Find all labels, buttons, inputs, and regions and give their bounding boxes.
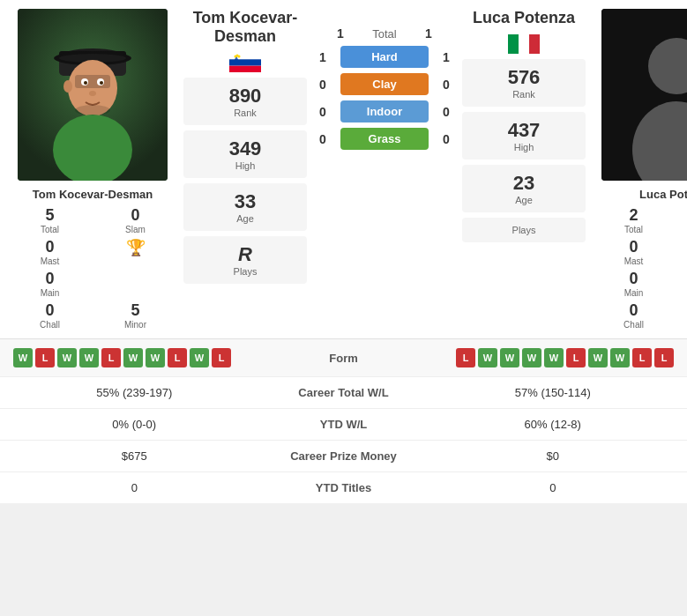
- left-minor-value: 5: [131, 301, 139, 320]
- form-badge-l: L: [212, 348, 231, 367]
- hard-badge: Hard: [340, 46, 429, 68]
- stats-row-1: 0% (0-0)YTD W/L60% (12-8): [0, 408, 687, 440]
- player-left-name-top: Tom Kocevar-Desman: [193, 9, 298, 46]
- compare-hard-row: 1 Hard 1: [314, 46, 455, 68]
- stats-left-2: $675: [13, 449, 256, 463]
- right-chall-label: Chall: [624, 320, 644, 330]
- left-total-value: 5: [45, 206, 54, 225]
- form-badge-w: W: [57, 348, 77, 367]
- left-plays-box: R Plays: [183, 236, 307, 284]
- form-badge-w: W: [500, 348, 519, 367]
- svg-point-9: [63, 80, 72, 93]
- left-mast-cell: 0 Mast: [9, 238, 91, 266]
- career-stats-section: 55% (239-197)Career Total W/L57% (150-11…: [0, 376, 687, 503]
- compare-total-label: Total: [358, 27, 411, 41]
- player-right-card: Luca Potenza 2 Total 0 Slam 0 Mast 🏆: [593, 9, 687, 330]
- right-mast-label: Mast: [624, 256, 644, 266]
- right-chall-value: 0: [629, 301, 638, 320]
- left-mast-label: Mast: [41, 256, 60, 266]
- svg-point-16: [75, 105, 110, 115]
- stats-left-3: 0: [13, 481, 256, 494]
- form-badge-w: W: [146, 348, 165, 367]
- compare-hard-left: 1: [314, 50, 332, 64]
- form-badge-w: W: [522, 348, 541, 367]
- svg-point-15: [89, 91, 96, 96]
- right-age-label: Age: [466, 195, 582, 205]
- left-high-value: 349: [187, 137, 303, 160]
- left-rank-value: 890: [187, 85, 303, 108]
- top-section: Tom Kocevar-Desman 5 Total 0 Slam 0 Mast…: [0, 0, 687, 338]
- compare-hard-right: 1: [437, 50, 455, 64]
- right-mast-value: 0: [629, 238, 638, 256]
- player-left-name: Tom Kocevar-Desman: [33, 188, 153, 201]
- form-badge-w: W: [544, 348, 564, 367]
- compare-indoor-right: 0: [437, 105, 455, 119]
- grass-badge: Grass: [340, 128, 429, 150]
- svg-rect-19: [229, 66, 261, 72]
- right-flag-icon: [508, 34, 540, 54]
- stats-label-0: Career Total W/L: [256, 386, 432, 399]
- right-slam-cell: 0 Slam: [678, 206, 687, 234]
- compare-indoor-left: 0: [314, 105, 332, 119]
- right-total-cell: 2 Total: [593, 206, 675, 234]
- compare-clay-left: 0: [314, 78, 332, 92]
- compare-total-right: 1: [420, 26, 437, 41]
- left-high-box: 349 High: [183, 130, 307, 178]
- form-badge-l: L: [456, 348, 475, 367]
- form-section: WLWWLWWLWL Form LWWWWLWWLL: [0, 338, 687, 376]
- left-rank-label: Rank: [187, 108, 303, 118]
- form-label: Form: [329, 352, 358, 365]
- left-flag-icon: [229, 53, 261, 72]
- right-age-value: 23: [466, 172, 582, 195]
- compare-clay-right: 0: [437, 78, 455, 92]
- right-placeholder: [678, 270, 687, 298]
- form-badge-l: L: [168, 348, 187, 367]
- right-plays-label: Plays: [466, 225, 582, 235]
- right-high-box: 437 High: [462, 112, 586, 160]
- svg-rect-18: [229, 59, 261, 65]
- player-left-stats: 5 Total 0 Slam 0 Mast 🏆 0 Main: [9, 206, 176, 330]
- main-container: Tom Kocevar-Desman 5 Total 0 Slam 0 Mast…: [0, 0, 687, 503]
- compare-total-left: 1: [332, 26, 349, 41]
- svg-point-13: [84, 81, 87, 85]
- stats-row-0: 55% (239-197)Career Total W/L57% (150-11…: [0, 376, 687, 408]
- svg-rect-24: [519, 34, 529, 54]
- left-mast-right: [94, 270, 176, 298]
- form-badge-w: W: [79, 348, 99, 367]
- stats-right-2: $0: [432, 449, 675, 463]
- left-mast-value: 0: [45, 238, 54, 256]
- form-badge-l: L: [35, 348, 55, 367]
- stats-left-1: 0% (0-0): [13, 418, 256, 431]
- left-chall-label: Chall: [40, 320, 60, 330]
- player-right-stats: 2 Total 0 Slam 0 Mast 🏆 0 Main: [593, 206, 687, 330]
- svg-rect-23: [508, 34, 519, 54]
- form-badge-w: W: [190, 348, 209, 367]
- player-right-middle-stats: Luca Potenza 576 Rank 437 High 23 Age: [462, 9, 586, 330]
- compare-grass-right: 0: [437, 132, 455, 146]
- compare-clay-row: 0 Clay 0: [314, 73, 455, 95]
- left-plays-label: Plays: [187, 266, 303, 277]
- svg-rect-25: [529, 34, 540, 54]
- left-rank-box: 890 Rank: [183, 78, 307, 125]
- left-age-label: Age: [187, 213, 303, 224]
- player-right-name: Luca Potenza: [639, 188, 687, 201]
- left-minor-cell: 5 Minor: [94, 301, 176, 330]
- right-rank-box: 576 Rank: [462, 59, 586, 107]
- right-rank-label: Rank: [466, 89, 582, 100]
- form-badge-w: W: [13, 348, 33, 367]
- stats-label-2: Career Prize Money: [256, 449, 432, 463]
- form-badge-l: L: [654, 348, 674, 367]
- stats-right-0: 57% (150-114): [432, 386, 675, 399]
- left-trophy-icon: 🏆: [126, 238, 146, 257]
- left-form-badges: WLWWLWWLWL: [13, 348, 231, 367]
- player-right-photo: [601, 9, 687, 181]
- form-badge-l: L: [566, 348, 586, 367]
- stats-label-3: YTD Titles: [256, 481, 432, 494]
- right-high-label: High: [466, 142, 582, 152]
- right-main-label: Main: [624, 288, 644, 298]
- compare-grass-row: 0 Grass 0: [314, 128, 455, 150]
- center-compare: 1 Total 1 1 Hard 1 0 Clay 0 0 Indoor 0: [314, 9, 455, 330]
- right-plays-box: Plays: [462, 218, 586, 242]
- stats-left-0: 55% (239-197): [13, 386, 256, 399]
- left-age-box: 33 Age: [183, 183, 307, 231]
